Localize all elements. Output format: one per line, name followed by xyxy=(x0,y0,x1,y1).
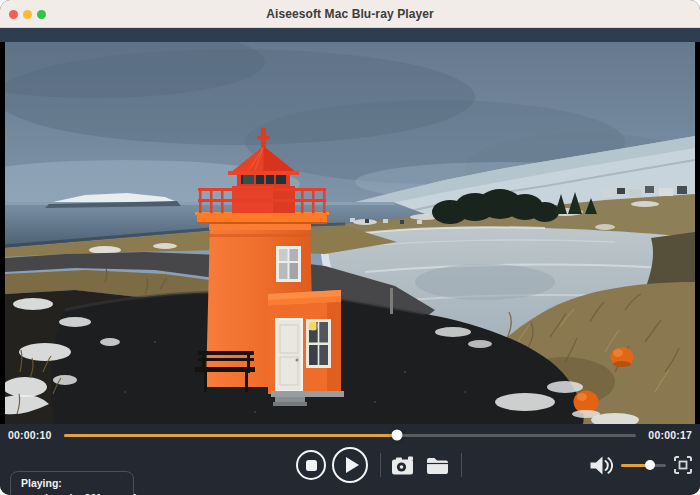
elapsed-time: 00:00:10 xyxy=(8,429,56,441)
signpost xyxy=(390,288,393,314)
progress-fill xyxy=(64,434,397,437)
now-playing-box: Playing: pexels-gyl...-30fps.mp4 xyxy=(10,471,134,495)
volume-button[interactable] xyxy=(589,455,613,476)
stop-button[interactable] xyxy=(296,450,326,480)
progress-row: 00:00:10 00:00:17 xyxy=(0,424,700,442)
volume-slider[interactable] xyxy=(621,464,666,467)
volume-controls xyxy=(589,450,692,480)
snapshot-button[interactable] xyxy=(391,450,416,480)
divider xyxy=(380,453,381,477)
volume-icon xyxy=(589,455,613,476)
door xyxy=(276,319,302,391)
control-bar: 00:00:10 00:00:17 Playing: pexels-gyl...… xyxy=(0,424,700,495)
progress-bar[interactable] xyxy=(64,434,636,437)
divider xyxy=(461,453,462,477)
playback-controls xyxy=(296,447,462,483)
video-frame xyxy=(5,42,695,424)
folder-icon xyxy=(426,456,449,475)
minimize-button[interactable] xyxy=(23,10,32,19)
app-window: Aiseesoft Mac Blu-ray Player xyxy=(0,0,700,495)
zoom-button[interactable] xyxy=(37,10,46,19)
progress-thumb[interactable] xyxy=(392,430,403,441)
titlebar: Aiseesoft Mac Blu-ray Player xyxy=(0,0,700,28)
lit-window xyxy=(306,319,331,368)
total-time: 00:00:17 xyxy=(644,429,692,441)
play-icon xyxy=(346,457,359,473)
volume-thumb[interactable] xyxy=(645,460,655,470)
tower-window xyxy=(276,246,301,282)
traffic-lights xyxy=(9,0,46,28)
now-playing-label: Playing: xyxy=(21,476,123,491)
now-playing-file: pexels-gyl...-30fps.mp4 xyxy=(21,491,123,495)
top-strip xyxy=(0,28,700,42)
video-display xyxy=(0,42,700,424)
fullscreen-button[interactable] xyxy=(674,456,692,474)
fullscreen-icon xyxy=(674,456,692,474)
open-file-button[interactable] xyxy=(426,450,449,480)
camera-icon xyxy=(391,455,416,476)
window-title: Aiseesoft Mac Blu-ray Player xyxy=(266,7,434,21)
play-button[interactable] xyxy=(332,447,368,483)
close-button[interactable] xyxy=(9,10,18,19)
stop-icon xyxy=(306,460,317,471)
